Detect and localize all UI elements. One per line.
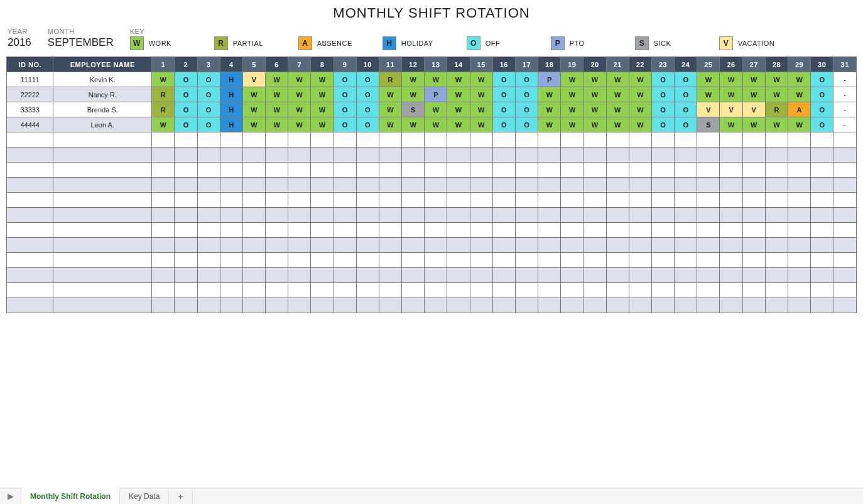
empty-cell[interactable]	[697, 283, 720, 298]
empty-cell[interactable]	[220, 223, 242, 238]
empty-cell[interactable]	[53, 147, 152, 163]
empty-cell[interactable]	[220, 132, 242, 147]
empty-cell[interactable]	[152, 253, 175, 268]
empty-cell[interactable]	[606, 132, 629, 147]
empty-cell[interactable]	[7, 268, 53, 283]
shift-cell[interactable]: W	[425, 72, 447, 87]
empty-cell[interactable]	[492, 238, 515, 253]
shift-cell[interactable]: O	[811, 102, 833, 117]
empty-cell[interactable]	[651, 193, 674, 208]
empty-cell[interactable]	[447, 193, 470, 208]
empty-cell[interactable]	[765, 178, 788, 193]
shift-cell[interactable]: W	[788, 117, 810, 132]
empty-cell[interactable]	[697, 147, 720, 163]
empty-cell[interactable]	[152, 298, 175, 313]
shift-cell[interactable]: O	[197, 102, 220, 117]
shift-cell[interactable]: O	[515, 117, 538, 132]
empty-cell[interactable]	[334, 268, 356, 283]
empty-cell[interactable]	[447, 253, 470, 268]
empty-cell[interactable]	[538, 163, 561, 178]
empty-cell[interactable]	[742, 132, 765, 147]
empty-cell[interactable]	[492, 283, 515, 298]
shift-cell[interactable]: W	[720, 72, 742, 87]
empty-cell[interactable]	[311, 208, 334, 223]
empty-cell[interactable]	[583, 193, 606, 208]
empty-cell[interactable]	[629, 178, 651, 193]
empty-cell[interactable]	[515, 253, 538, 268]
empty-cell[interactable]	[334, 238, 356, 253]
empty-cell[interactable]	[152, 163, 175, 178]
empty-cell[interactable]	[288, 147, 311, 163]
empty-cell[interactable]	[356, 283, 379, 298]
empty-cell[interactable]	[53, 283, 152, 298]
empty-cell[interactable]	[379, 268, 401, 283]
employee-id[interactable]: 33333	[7, 102, 53, 117]
shift-cell[interactable]: W	[266, 117, 288, 132]
employee-id[interactable]: 44444	[7, 117, 53, 132]
empty-cell[interactable]	[356, 163, 379, 178]
empty-cell[interactable]	[334, 147, 356, 163]
shift-cell[interactable]: O	[356, 117, 379, 132]
empty-cell[interactable]	[447, 238, 470, 253]
empty-cell[interactable]	[402, 163, 425, 178]
shift-cell[interactable]: W	[470, 72, 492, 87]
empty-cell[interactable]	[175, 163, 197, 178]
empty-cell[interactable]	[492, 178, 515, 193]
tab-monthly-shift-rotation[interactable]: Monthly Shift Rotation	[21, 488, 120, 504]
empty-cell[interactable]	[720, 208, 742, 223]
shift-cell[interactable]: W	[583, 87, 606, 102]
empty-cell[interactable]	[583, 178, 606, 193]
empty-cell[interactable]	[561, 147, 583, 163]
empty-cell[interactable]	[242, 298, 265, 313]
shift-cell[interactable]: W	[311, 102, 334, 117]
empty-cell[interactable]	[242, 208, 265, 223]
empty-cell[interactable]	[697, 208, 720, 223]
empty-cell[interactable]	[742, 238, 765, 253]
empty-cell[interactable]	[675, 147, 697, 163]
empty-cell[interactable]	[379, 253, 401, 268]
empty-cell[interactable]	[720, 253, 742, 268]
shift-cell[interactable]: W	[629, 102, 651, 117]
empty-cell[interactable]	[561, 193, 583, 208]
shift-cell[interactable]: W	[470, 87, 492, 102]
empty-cell[interactable]	[379, 132, 401, 147]
shift-cell[interactable]: S	[402, 102, 425, 117]
shift-cell[interactable]: W	[447, 87, 470, 102]
empty-cell[interactable]	[492, 163, 515, 178]
empty-cell[interactable]	[7, 193, 53, 208]
empty-cell[interactable]	[765, 208, 788, 223]
shift-cell[interactable]: V	[242, 72, 265, 87]
shift-cell[interactable]: O	[515, 72, 538, 87]
empty-cell[interactable]	[288, 178, 311, 193]
empty-cell[interactable]	[447, 132, 470, 147]
empty-cell[interactable]	[470, 298, 492, 313]
empty-cell[interactable]	[583, 208, 606, 223]
employee-name[interactable]: Nancy R.	[53, 87, 152, 102]
empty-cell[interactable]	[266, 163, 288, 178]
shift-cell[interactable]: W	[606, 87, 629, 102]
empty-cell[interactable]	[720, 223, 742, 238]
empty-cell[interactable]	[379, 208, 401, 223]
empty-cell[interactable]	[538, 147, 561, 163]
empty-cell[interactable]	[833, 178, 857, 193]
shift-cell[interactable]: W	[152, 117, 175, 132]
shift-cell[interactable]: H	[220, 72, 242, 87]
empty-cell[interactable]	[220, 253, 242, 268]
empty-cell[interactable]	[53, 223, 152, 238]
empty-cell[interactable]	[288, 193, 311, 208]
empty-cell[interactable]	[402, 298, 425, 313]
empty-cell[interactable]	[266, 283, 288, 298]
empty-cell[interactable]	[561, 283, 583, 298]
empty-cell[interactable]	[675, 253, 697, 268]
empty-cell[interactable]	[583, 283, 606, 298]
empty-cell[interactable]	[538, 283, 561, 298]
empty-cell[interactable]	[242, 223, 265, 238]
empty-cell[interactable]	[425, 283, 447, 298]
shift-cell[interactable]: O	[675, 102, 697, 117]
empty-cell[interactable]	[447, 163, 470, 178]
empty-cell[interactable]	[197, 283, 220, 298]
empty-cell[interactable]	[765, 283, 788, 298]
shift-cell[interactable]: O	[811, 117, 833, 132]
empty-cell[interactable]	[651, 253, 674, 268]
empty-cell[interactable]	[629, 147, 651, 163]
